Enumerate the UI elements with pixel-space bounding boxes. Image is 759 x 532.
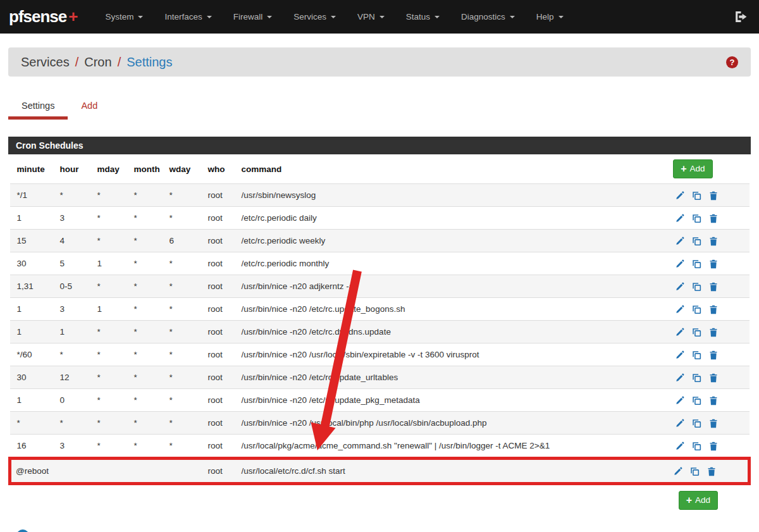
copy-icon[interactable] <box>692 282 701 292</box>
delete-icon[interactable] <box>709 396 718 405</box>
delete-icon[interactable] <box>709 237 718 246</box>
cell-minute: * <box>10 412 54 435</box>
edit-icon[interactable] <box>675 259 684 269</box>
table-row: 1 3 1 * * root /usr/bin/nice -n20 /etc/r… <box>10 298 750 321</box>
logout-icon[interactable] <box>734 11 748 23</box>
edit-icon[interactable] <box>675 328 684 337</box>
menu-item-interfaces[interactable]: Interfaces <box>154 0 222 34</box>
delete-icon[interactable] <box>707 467 716 476</box>
tab-add[interactable]: Add <box>68 96 111 120</box>
copy-icon[interactable] <box>692 214 701 223</box>
table-row: */1 * * * * root /usr/sbin/newsyslog <box>10 184 750 207</box>
delete-icon[interactable] <box>709 442 718 451</box>
delete-icon[interactable] <box>709 350 718 360</box>
row-actions <box>639 412 750 435</box>
edit-icon[interactable] <box>675 191 684 201</box>
menu-item-vpn[interactable]: VPN <box>347 0 395 34</box>
cell-mday: * <box>91 184 128 207</box>
edit-icon[interactable] <box>673 467 682 476</box>
cell-mday: * <box>91 412 128 435</box>
menu-item-services[interactable]: Services <box>283 0 347 34</box>
cell-who: root <box>202 366 235 389</box>
menu-item-help[interactable]: Help <box>526 0 574 34</box>
menu-item-system[interactable]: System <box>94 0 154 34</box>
col-header-month: month <box>128 154 163 184</box>
copy-icon[interactable] <box>692 237 701 246</box>
panel-title: Cron Schedules <box>8 137 751 154</box>
menu-item-diagnostics[interactable]: Diagnostics <box>450 0 526 34</box>
copy-icon[interactable] <box>692 259 701 269</box>
cell-wday: * <box>163 252 202 275</box>
delete-icon[interactable] <box>709 373 718 383</box>
copy-icon[interactable] <box>692 419 701 428</box>
cell-hour: 3 <box>54 207 91 230</box>
edit-icon[interactable] <box>675 305 684 314</box>
delete-icon[interactable] <box>709 419 718 428</box>
caret-down-icon <box>558 16 564 18</box>
menu-label: Interfaces <box>164 12 202 22</box>
row-actions <box>639 275 750 298</box>
row-actions <box>639 321 750 343</box>
cell-month: * <box>128 184 163 207</box>
edit-icon[interactable] <box>675 442 684 451</box>
breadcrumb-item-settings[interactable]: Settings <box>126 55 172 70</box>
copy-icon[interactable] <box>692 396 701 405</box>
copy-icon[interactable] <box>692 305 701 314</box>
cell-wday: 6 <box>163 230 202 252</box>
cell-command: /usr/local/etc/rc.d/cf.sh start <box>235 459 639 484</box>
copy-icon[interactable] <box>692 191 701 201</box>
cell-wday: * <box>163 321 202 343</box>
add-button-bottom[interactable]: +Add <box>679 491 718 510</box>
cell-command: /etc/rc.periodic daily <box>235 207 639 230</box>
copy-icon[interactable] <box>692 373 701 383</box>
delete-icon[interactable] <box>709 328 718 337</box>
cell-minute: 1,31 <box>10 275 54 298</box>
cell-minute: 30 <box>10 252 54 275</box>
menu-item-firewall[interactable]: Firewall <box>223 0 283 34</box>
row-actions <box>639 343 750 366</box>
cell-mday: 1 <box>91 252 128 275</box>
pfsense-logo[interactable]: pfsense+ <box>9 7 78 27</box>
edit-icon[interactable] <box>675 214 684 223</box>
table-row: 15 4 * * 6 root /etc/rc.periodic weekly <box>10 230 750 252</box>
delete-icon[interactable] <box>709 305 718 314</box>
cell-wday: * <box>163 366 202 389</box>
caret-down-icon <box>435 16 440 18</box>
info-icon[interactable]: i <box>16 529 29 532</box>
cell-hour: 1 <box>54 321 91 343</box>
cell-who: root <box>202 252 235 275</box>
row-actions <box>639 435 750 459</box>
menu-item-status[interactable]: Status <box>395 0 450 34</box>
edit-icon[interactable] <box>675 419 684 428</box>
copy-icon[interactable] <box>690 467 700 476</box>
edit-icon[interactable] <box>675 396 684 405</box>
edit-icon[interactable] <box>675 237 684 246</box>
tab-settings[interactable]: Settings <box>8 96 68 120</box>
copy-icon[interactable] <box>692 442 701 451</box>
copy-icon[interactable] <box>692 350 701 360</box>
cell-mday: * <box>91 207 128 230</box>
delete-icon[interactable] <box>709 191 718 201</box>
help-icon[interactable]: ? <box>726 56 738 68</box>
table-row: */60 * * * * root /usr/bin/nice -n20 /us… <box>10 343 750 366</box>
edit-icon[interactable] <box>675 350 684 360</box>
delete-icon[interactable] <box>709 259 718 269</box>
cell-hour: 0-5 <box>54 275 91 298</box>
add-button-label: Add <box>689 164 705 173</box>
breadcrumb: Services / Cron / Settings ? <box>8 47 751 77</box>
edit-icon[interactable] <box>675 373 684 383</box>
delete-icon[interactable] <box>709 282 718 292</box>
cell-hour: 3 <box>54 435 91 459</box>
top-navbar: pfsense+ System Interfaces Firewall Serv… <box>0 0 759 34</box>
row-actions <box>639 207 750 230</box>
plus-icon: + <box>681 164 686 173</box>
cron-table: minute hour mday month wday who command … <box>8 154 751 485</box>
copy-icon[interactable] <box>692 328 701 337</box>
cell-wday: * <box>163 412 202 435</box>
cell-who: root <box>202 343 235 366</box>
add-button-label: Add <box>695 495 710 505</box>
delete-icon[interactable] <box>709 214 718 223</box>
add-button-top[interactable]: +Add <box>673 159 712 178</box>
table-row: 1 0 * * * root /usr/bin/nice -n20 /etc/r… <box>10 389 750 412</box>
edit-icon[interactable] <box>675 282 684 292</box>
